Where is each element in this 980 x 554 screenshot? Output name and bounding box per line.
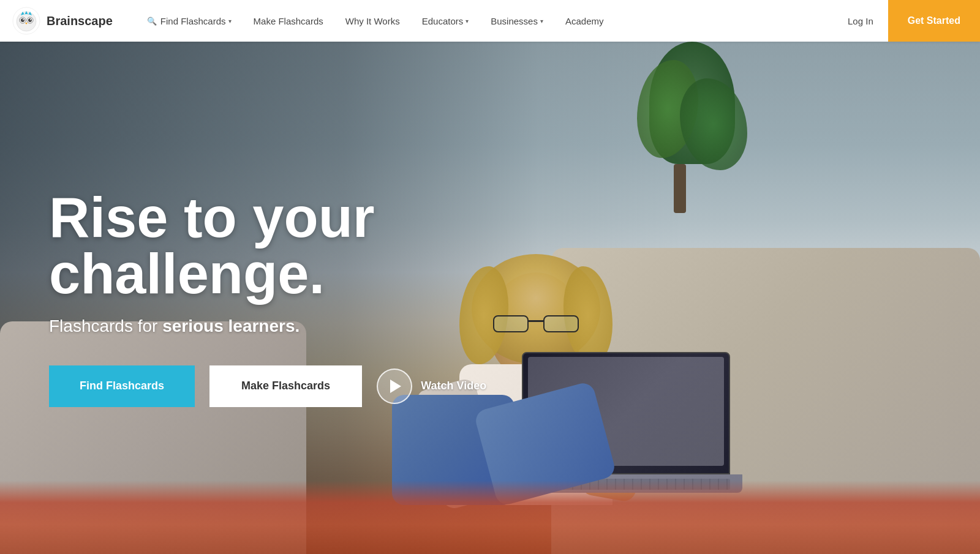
nav-educators[interactable]: Educators ▾ [412, 11, 479, 31]
nav-find-flashcards[interactable]: 🔍 Find Flashcards ▾ [137, 11, 241, 31]
make-flashcards-button[interactable]: Make Flashcards [209, 365, 362, 407]
nav-why-it-works[interactable]: Why It Works [336, 11, 410, 31]
nav-businesses[interactable]: Businesses ▾ [481, 11, 553, 31]
svg-point-7 [30, 19, 31, 20]
login-link[interactable]: Log In [835, 11, 886, 31]
chevron-down-icon: ▾ [228, 18, 232, 24]
play-icon [390, 380, 401, 393]
navbar: Brainscape 🔍 Find Flashcards ▾ Make Flas… [0, 0, 980, 42]
chevron-down-icon: ▾ [540, 18, 543, 24]
brainscape-logo-icon [12, 7, 40, 35]
find-flashcards-button[interactable]: Find Flashcards [49, 365, 195, 407]
get-started-button[interactable]: Get Started [888, 0, 980, 42]
svg-point-5 [28, 18, 32, 22]
nav-right: Log In Get Started [835, 0, 980, 42]
chevron-down-icon: ▾ [466, 18, 469, 24]
play-button-circle [377, 369, 412, 404]
hero-section: Rise to your challenge. Flashcards for s… [0, 0, 980, 554]
watch-video-label: Watch Video [421, 380, 486, 392]
nav-academy[interactable]: Academy [556, 11, 614, 31]
hero-content: Rise to your challenge. Flashcards for s… [0, 42, 980, 554]
svg-point-1 [17, 12, 36, 31]
logo-link[interactable]: Brainscape [12, 7, 113, 35]
nav-make-flashcards[interactable]: Make Flashcards [244, 11, 333, 31]
hero-buttons: Find Flashcards Make Flashcards Watch Vi… [49, 365, 931, 407]
hero-headline: Rise to your challenge. [49, 189, 527, 302]
svg-point-6 [23, 19, 24, 20]
hero-subheadline: Flashcards for serious learners. [49, 316, 931, 336]
brand-name: Brainscape [47, 14, 113, 28]
watch-video-button[interactable]: Watch Video [377, 369, 486, 404]
search-icon: 🔍 [147, 17, 157, 26]
svg-point-4 [21, 18, 24, 22]
nav-links: 🔍 Find Flashcards ▾ Make Flashcards Why … [137, 11, 835, 31]
